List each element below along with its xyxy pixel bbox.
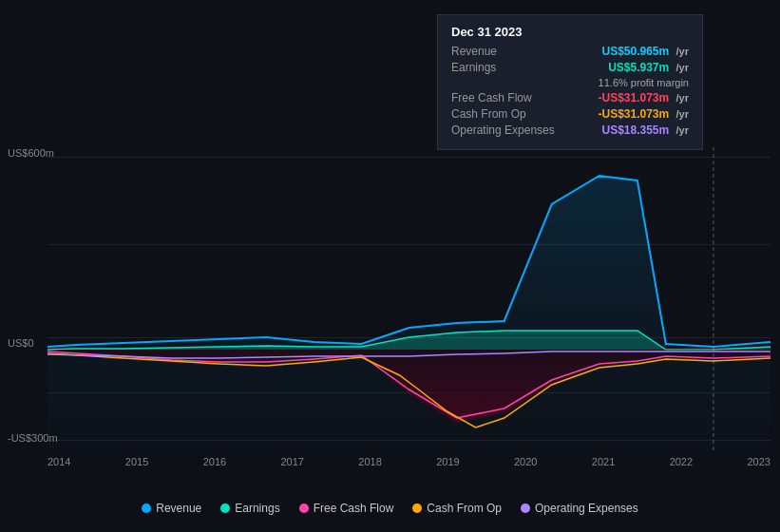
- x-label-2020: 2020: [514, 456, 537, 467]
- x-axis-labels: 2014 2015 2016 2017 2018 2019 2020 2021 …: [48, 456, 770, 467]
- tooltip-earnings-label: Earnings: [451, 61, 496, 74]
- legend-cfo[interactable]: Cash From Op: [412, 502, 502, 515]
- x-label-2021: 2021: [592, 456, 615, 467]
- x-label-2022: 2022: [670, 456, 693, 467]
- tooltip-opex-label: Operating Expenses: [451, 124, 555, 137]
- legend-earnings[interactable]: Earnings: [220, 502, 279, 515]
- legend-revenue[interactable]: Revenue: [142, 502, 201, 515]
- legend-cfo-label: Cash From Op: [427, 502, 502, 515]
- tooltip-opex-value: US$18.355m /yr: [601, 124, 689, 137]
- tooltip-revenue-row: Revenue US$50.965m /yr: [451, 45, 689, 58]
- legend-opex-label: Operating Expenses: [535, 502, 638, 515]
- legend-revenue-dot: [142, 504, 151, 513]
- tooltip-earnings-value: US$5.937m /yr: [608, 61, 689, 74]
- legend-cfo-dot: [412, 504, 422, 513]
- chart-container: Dec 31 2023 Revenue US$50.965m /yr Earni…: [0, 0, 780, 532]
- legend-opex[interactable]: Operating Expenses: [521, 502, 638, 515]
- tooltip-revenue-label: Revenue: [451, 45, 497, 58]
- tooltip-opex-row: Operating Expenses US$18.355m /yr: [451, 124, 689, 137]
- x-label-2016: 2016: [203, 456, 226, 467]
- x-label-2023: 2023: [747, 456, 770, 467]
- tooltip-box: Dec 31 2023 Revenue US$50.965m /yr Earni…: [437, 14, 703, 150]
- tooltip-margin: 11.6% profit margin: [595, 77, 689, 88]
- legend-fcf-label: Free Cash Flow: [314, 502, 394, 515]
- tooltip-cfo-value: -US$31.073m /yr: [598, 107, 689, 121]
- tooltip-margin-row: 11.6% profit margin: [451, 77, 689, 88]
- x-label-2015: 2015: [125, 456, 148, 467]
- legend-revenue-label: Revenue: [156, 502, 201, 515]
- x-label-2019: 2019: [436, 456, 459, 467]
- x-label-2014: 2014: [48, 456, 70, 467]
- x-label-2018: 2018: [358, 456, 381, 467]
- legend-earnings-label: Earnings: [235, 502, 279, 515]
- legend-earnings-dot: [220, 504, 230, 513]
- tooltip-cfo-row: Cash From Op -US$31.073m /yr: [451, 107, 689, 121]
- tooltip-revenue-value: US$50.965m /yr: [601, 45, 689, 58]
- legend-opex-dot: [521, 504, 530, 513]
- tooltip-fcf-value: -US$31.073m /yr: [598, 91, 689, 104]
- x-label-2017: 2017: [280, 456, 303, 467]
- tooltip-fcf-label: Free Cash Flow: [451, 91, 532, 104]
- chart-legend: Revenue Earnings Free Cash Flow Cash Fro…: [0, 502, 780, 515]
- tooltip-date: Dec 31 2023: [451, 25, 689, 39]
- chart-svg: [48, 147, 770, 451]
- tooltip-earnings-row: Earnings US$5.937m /yr: [451, 61, 689, 74]
- legend-fcf[interactable]: Free Cash Flow: [299, 502, 394, 515]
- y-axis-zero: US$0: [8, 337, 34, 349]
- tooltip-fcf-row: Free Cash Flow -US$31.073m /yr: [451, 91, 689, 104]
- tooltip-cfo-label: Cash From Op: [451, 107, 526, 121]
- legend-fcf-dot: [299, 504, 309, 513]
